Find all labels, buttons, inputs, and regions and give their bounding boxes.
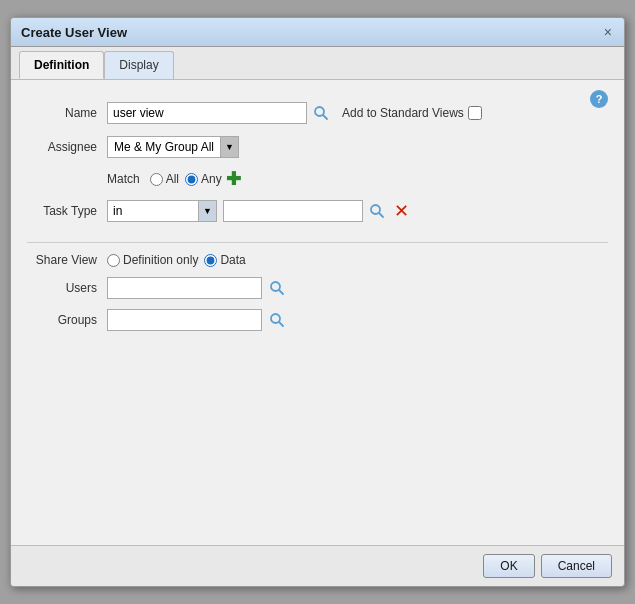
task-type-label: Task Type [27,204,107,218]
share-radio-group: Definition only Data [107,253,246,267]
match-all-label[interactable]: All [150,172,179,186]
svg-line-5 [279,290,283,294]
share-data-radio[interactable] [204,254,217,267]
divider [27,242,608,243]
svg-line-7 [279,322,283,326]
svg-line-1 [323,115,327,119]
match-any-label[interactable]: Any [185,172,222,186]
operator-dropdown-arrow[interactable]: ▼ [198,201,216,221]
task-type-operator-dropdown[interactable]: in ▼ [107,200,217,222]
groups-search-button[interactable] [266,309,288,331]
users-search-button[interactable] [266,277,288,299]
add-condition-button[interactable]: ✚ [226,170,241,188]
groups-label: Groups [27,313,107,327]
search-icon [313,105,329,121]
name-label: Name [27,106,107,120]
users-label: Users [27,281,107,295]
close-button[interactable]: × [602,24,614,40]
share-section: Share View Definition only Data Users [27,242,608,331]
match-any-radio[interactable] [185,173,198,186]
dialog-titlebar: Create User View × [11,18,624,47]
users-row: Users [27,277,608,299]
users-input[interactable] [107,277,262,299]
task-type-operator: in [108,204,198,218]
name-search-button[interactable] [310,102,332,124]
share-view-row: Share View Definition only Data [27,253,608,267]
assignee-row: Assignee Me & My Group All ▼ [27,136,608,158]
match-radio-group: All Any [150,172,222,186]
task-type-row: Task Type in ▼ ✕ [27,200,608,222]
add-standard-checkbox[interactable] [468,106,482,120]
create-user-view-dialog: Create User View × Definition Display ? … [10,17,625,587]
task-type-input[interactable] [223,200,363,222]
assignee-dropdown[interactable]: Me & My Group All ▼ [107,136,239,158]
task-search-button[interactable] [366,200,388,222]
name-input[interactable] [107,102,307,124]
assignee-dropdown-arrow[interactable]: ▼ [220,137,238,157]
svg-line-3 [379,213,383,217]
delete-condition-button[interactable]: ✕ [394,200,409,222]
share-definition-only-label[interactable]: Definition only [107,253,198,267]
dialog-title: Create User View [21,25,127,40]
groups-row: Groups [27,309,608,331]
cancel-button[interactable]: Cancel [541,554,612,578]
add-standard-label: Add to Standard Views [342,106,464,120]
users-search-icon [269,280,285,296]
tab-definition[interactable]: Definition [19,51,104,79]
groups-search-icon [269,312,285,328]
tab-display[interactable]: Display [104,51,173,79]
match-row: Match All Any ✚ [27,170,608,188]
match-label: Match [107,172,140,186]
dialog-content: ? Name Add to Standard Views Assignee Me… [11,80,624,545]
help-icon[interactable]: ? [590,90,608,108]
assignee-label: Assignee [27,140,107,154]
task-search-icon [369,203,385,219]
share-definition-only-radio[interactable] [107,254,120,267]
share-data-label[interactable]: Data [204,253,245,267]
match-all-radio[interactable] [150,173,163,186]
groups-input[interactable] [107,309,262,331]
share-view-label: Share View [27,253,107,267]
ok-button[interactable]: OK [483,554,534,578]
name-row: Name Add to Standard Views [27,102,608,124]
tabs-row: Definition Display [11,47,624,80]
dialog-footer: OK Cancel [11,545,624,586]
assignee-value: Me & My Group All [108,140,220,154]
